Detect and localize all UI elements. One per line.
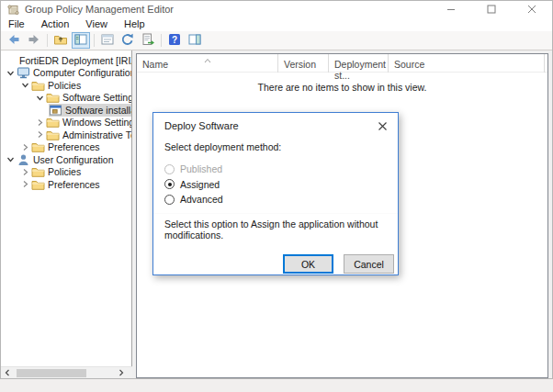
chevron-right-icon[interactable] <box>19 178 31 190</box>
radio-option-advanced[interactable]: Advanced <box>164 192 223 207</box>
chevron-right-icon[interactable] <box>34 117 46 129</box>
column-header-version[interactable]: Version <box>278 54 329 73</box>
svg-text:?: ? <box>172 35 177 45</box>
tree-item-policies[interactable]: Policies <box>1 166 131 179</box>
toolbar-separator <box>94 34 95 47</box>
toolbar-separator <box>161 34 162 47</box>
export-list-icon <box>141 32 155 50</box>
tree-item-policies[interactable]: Policies <box>1 79 131 92</box>
radio-label: Assigned <box>180 179 220 190</box>
chevron-right-icon[interactable] <box>19 166 31 178</box>
tree-item-content: Policies <box>31 79 131 92</box>
export-list-button[interactable] <box>139 32 157 49</box>
scroll-left-arrow[interactable] <box>1 367 14 378</box>
back-icon <box>6 32 21 50</box>
properties-button[interactable] <box>98 32 117 49</box>
software-installation-icon <box>49 104 62 117</box>
column-header-deployment-st[interactable]: Deployment st... <box>329 54 389 73</box>
refresh-button[interactable] <box>118 32 137 49</box>
scrollbar-thumb[interactable] <box>17 369 86 377</box>
forward-button[interactable] <box>25 32 43 49</box>
tree-item-label: Preferences <box>48 141 100 152</box>
close-icon <box>527 3 536 17</box>
maximize-icon <box>487 3 496 17</box>
dialog-separator <box>153 213 398 214</box>
radio-option-published: Published <box>164 162 223 177</box>
deployment-method-prompt: Select deployment method: <box>164 141 281 152</box>
tree-item-user-configuration[interactable]: User Configuration <box>1 153 131 166</box>
column-header-name[interactable]: Name <box>137 54 278 73</box>
folder-icon <box>31 140 45 153</box>
column-label: Source <box>394 59 424 70</box>
menu-help[interactable]: Help <box>116 17 153 31</box>
chevron-down-icon[interactable] <box>34 92 46 104</box>
tree-item-content: Policies <box>31 166 131 179</box>
help-icon: ? <box>167 32 182 50</box>
scroll-right-arrow[interactable] <box>115 367 128 378</box>
tree-item-software-settings[interactable]: Software Settings <box>1 92 131 105</box>
forward-icon <box>27 32 41 50</box>
maximize-button[interactable] <box>471 1 512 17</box>
menu-file[interactable]: File <box>1 17 33 31</box>
tree-item-label: User Configuration <box>33 154 114 165</box>
dialog-title: Deploy Software <box>164 120 239 131</box>
deploy-software-dialog: Deploy Software Select deployment method… <box>152 112 399 275</box>
column-label: Deployment st... <box>334 59 386 81</box>
radio-button-icon[interactable] <box>164 179 175 189</box>
empty-view-message: There are no items to show in this view. <box>137 82 547 93</box>
radio-button-icon[interactable] <box>164 195 175 205</box>
toolbar-separator <box>47 34 48 47</box>
tree-item-software-installat[interactable]: Software installat <box>1 104 131 117</box>
folder-icon <box>31 178 45 191</box>
folder-icon <box>31 165 45 178</box>
tree-item-fortiedr-deployment-iriz-kvm[interactable]: FortiEDR Deployment [IRIZ-KVM <box>1 54 131 67</box>
tree-item-preferences[interactable]: Preferences <box>1 141 131 154</box>
ok-button[interactable]: OK <box>283 254 333 274</box>
tree-item-content: Preferences <box>31 141 131 154</box>
chevron-down-icon[interactable] <box>5 67 17 79</box>
folder-icon <box>46 91 60 104</box>
show-console-tree-button[interactable] <box>72 32 90 49</box>
tree-item-windows-settings[interactable]: Windows Settings <box>1 117 131 129</box>
chevron-down-icon[interactable] <box>5 153 17 165</box>
tree-item-content: Preferences <box>31 178 131 191</box>
column-header-source[interactable]: Source <box>389 54 545 73</box>
dialog-close-icon[interactable] <box>375 119 389 132</box>
tree-item-computer-configuration[interactable]: Computer Configuration <box>1 67 131 80</box>
menu-view[interactable]: View <box>77 17 116 31</box>
close-button[interactable] <box>512 1 552 17</box>
minimize-button[interactable] <box>431 1 471 17</box>
help-button[interactable]: ? <box>165 32 184 49</box>
radio-button-icon <box>164 164 175 174</box>
tree-item-administrative-temp[interactable]: Administrative Temp <box>1 129 131 141</box>
column-label: Version <box>284 59 316 70</box>
toolbar: ? <box>1 31 552 50</box>
window-title: Group Policy Management Editor <box>25 4 174 15</box>
tree-item-preferences[interactable]: Preferences <box>1 178 131 191</box>
radio-option-assigned[interactable]: Assigned <box>164 177 223 193</box>
refresh-icon <box>120 32 135 50</box>
tree-item-label: Software installat <box>65 105 132 116</box>
tree-item-content: User Configuration <box>17 153 131 166</box>
tree-item-label: Policies <box>48 166 81 177</box>
back-button[interactable] <box>5 32 23 49</box>
show-action-pane-button[interactable] <box>186 32 204 49</box>
chevron-down-icon[interactable] <box>19 79 31 91</box>
folder-icon <box>31 79 45 92</box>
cancel-button[interactable]: Cancel <box>344 254 394 274</box>
folder-icon <box>46 129 60 141</box>
up-one-level-button[interactable] <box>51 32 70 49</box>
show-console-tree-icon <box>73 32 88 50</box>
tree-item-content: Software installat <box>49 104 132 117</box>
tree-item-content: Computer Configuration <box>17 67 132 80</box>
tree-item-content: Administrative Temp <box>46 129 132 141</box>
window-controls <box>431 1 552 17</box>
tree-horizontal-scrollbar[interactable] <box>1 366 132 378</box>
chevron-right-icon[interactable] <box>19 141 31 153</box>
minimize-icon <box>446 3 456 17</box>
tree-item-label: Preferences <box>48 179 100 190</box>
option-description: Select this option to Assign the applica… <box>164 218 392 241</box>
chevron-right-icon[interactable] <box>34 129 46 140</box>
properties-icon <box>100 32 115 50</box>
menu-action[interactable]: Action <box>33 17 78 31</box>
